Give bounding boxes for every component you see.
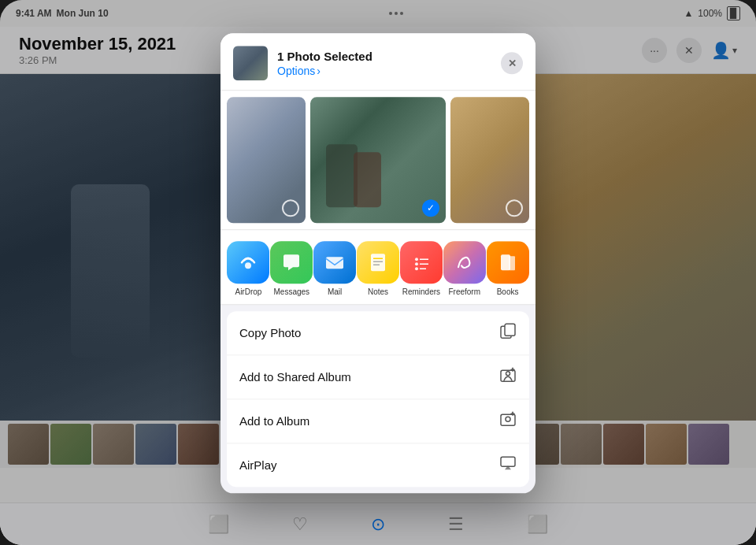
share-photo-right[interactable] [450,97,529,223]
airplay-label: AirPlay [239,458,277,472]
notes-icon [357,241,399,284]
wifi-icon: ▲ [684,8,693,19]
action-add-shared-album[interactable]: Add to Shared Album [227,355,529,399]
svg-point-6 [415,258,418,261]
action-list: Copy Photo Add to Shared Album [227,311,529,487]
status-date: Mon Jun 10 [57,8,109,19]
books-icon [487,241,529,284]
reminders-label: Reminders [402,287,440,296]
add-to-album-icon [499,410,517,432]
app-icon-books[interactable]: Books [486,241,529,296]
add-shared-album-icon [499,366,517,387]
photo-uncheck-left [282,199,299,217]
svg-rect-13 [509,256,515,270]
app-icon-messages[interactable]: Messages [270,241,313,296]
svg-point-17 [506,372,510,376]
svg-rect-2 [371,254,385,271]
airdrop-icon [227,241,269,284]
messages-label: Messages [274,287,310,296]
svg-point-8 [415,262,418,265]
battery-percent: 100% [698,8,722,19]
svg-rect-15 [505,324,515,336]
copy-photo-label: Copy Photo [239,326,301,339]
airplay-icon [499,454,517,476]
action-copy-photo[interactable]: Copy Photo [227,311,529,355]
app-icon-reminders[interactable]: Reminders [399,241,443,296]
freeform-icon [443,241,486,284]
action-add-to-album[interactable]: Add to Album [227,399,529,443]
svg-point-21 [506,417,510,421]
options-chevron-icon: › [317,65,321,77]
mail-label: Mail [328,287,342,296]
svg-point-10 [415,267,418,270]
freeform-label: Freeform [448,287,480,296]
share-close-button[interactable]: ✕ [501,52,523,74]
messages-icon [270,241,313,284]
app-icons-row: AirDrop Messages Mail [220,230,536,305]
svg-point-0 [245,262,251,269]
share-selected-count: 1 Photo Selected [277,50,491,63]
share-header-text: 1 Photo Selected Options › [277,50,491,77]
status-right: ▲ 100% ▉ [684,6,740,20]
status-center-dots [389,12,403,15]
share-photo-left[interactable] [227,97,306,223]
svg-rect-24 [501,457,515,466]
reminders-icon [400,241,443,284]
status-time: 9:41 AM [16,8,52,19]
options-label: Options [277,65,315,77]
share-options-button[interactable]: Options › [277,65,491,77]
battery-icon: ▉ [727,6,740,20]
add-shared-album-label: Add to Shared Album [239,370,351,384]
app-icon-mail[interactable]: Mail [313,241,357,296]
notes-label: Notes [368,287,388,296]
mail-icon [313,241,356,284]
app-icon-freeform[interactable]: Freeform [443,241,486,296]
svg-rect-1 [326,257,343,269]
share-thumbnail [233,46,268,80]
share-sheet: 1 Photo Selected Options › ✕ ✓ [220,33,536,493]
books-label: Books [497,287,519,296]
share-photo-center[interactable]: ✓ [310,97,446,223]
app-icon-notes[interactable]: Notes [357,241,400,296]
add-to-album-label: Add to Album [239,414,309,428]
copy-photo-icon [499,322,517,343]
share-close-icon: ✕ [508,57,517,69]
share-photos-strip: ✓ [220,91,536,230]
status-bar: 9:41 AM Mon Jun 10 ▲ 100% ▉ [0,0,756,27]
app-icon-airdrop[interactable]: AirDrop [227,241,270,296]
svg-rect-20 [501,414,515,425]
photo-check-center: ✓ [422,199,439,217]
airdrop-label: AirDrop [235,287,261,296]
ipad-frame: 9:41 AM Mon Jun 10 ▲ 100% ▉ November 15,… [0,0,756,545]
action-airplay[interactable]: AirPlay [227,443,529,487]
share-header: 1 Photo Selected Options › ✕ [220,33,536,91]
photo-uncheck-right [506,199,523,217]
